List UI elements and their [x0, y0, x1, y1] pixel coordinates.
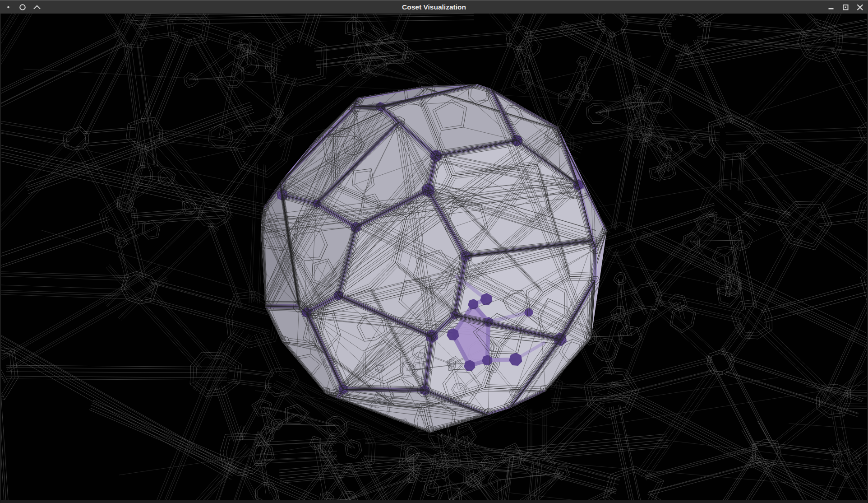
svg-text:Coset Visualization: Coset Visualization [402, 3, 466, 11]
